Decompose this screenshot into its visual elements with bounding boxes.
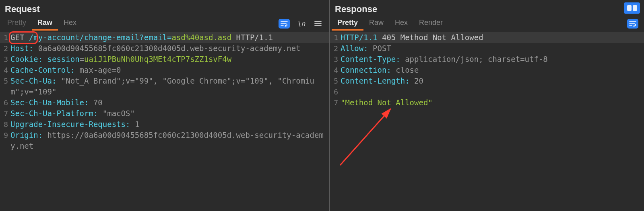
svg-line-0 xyxy=(340,109,390,165)
code-line[interactable]: 6Sec-Ch-Ua-Mobile: ?0 xyxy=(0,97,329,108)
line-number: 3 xyxy=(0,54,10,65)
hamburger-icon[interactable] xyxy=(312,19,324,29)
request-tab-pretty[interactable]: Pretty xyxy=(2,17,32,31)
line-number: 9 xyxy=(0,130,10,141)
line-number: 5 xyxy=(330,76,341,86)
line-number: 3 xyxy=(330,54,341,65)
code-text[interactable]: Connection: close xyxy=(341,65,638,76)
response-title: Response xyxy=(330,0,644,17)
response-panel: Response PrettyRawHexRender 1HTTP/1.1 40… xyxy=(330,0,644,211)
code-text[interactable]: Allow: POST xyxy=(341,43,638,54)
response-tabs: PrettyRawHexRender xyxy=(332,17,448,31)
code-line[interactable]: 9Origin: https://0a6a00d90455685fc060c21… xyxy=(0,130,329,152)
code-line[interactable]: 3Content-Type: application/json; charset… xyxy=(330,54,644,65)
request-panel: Request PrettyRawHex \n 1GET /my-account… xyxy=(0,0,330,211)
code-text[interactable]: HTTP/1.1 405 Method Not Allowed xyxy=(341,32,638,43)
code-line[interactable]: 8Upgrade-Insecure-Requests: 1 xyxy=(0,119,329,130)
line-number: 5 xyxy=(0,76,10,86)
code-line[interactable]: 6 xyxy=(330,86,644,97)
code-text[interactable]: Sec-Ch-Ua: "Not_A Brand";v="99", "Google… xyxy=(10,76,324,97)
line-number: 6 xyxy=(330,86,341,97)
line-number: 7 xyxy=(0,108,10,119)
code-line[interactable]: 3Cookie: session=uaiJ1PBuNh0Uhq3MEt4cTP7… xyxy=(0,54,329,65)
code-line[interactable]: 7"Method Not Allowed" xyxy=(330,97,644,108)
code-text[interactable]: Cache-Control: max-age=0 xyxy=(10,65,324,76)
code-text[interactable]: Cookie: session=uaiJ1PBuNh0Uhq3MEt4cTP7s… xyxy=(10,54,324,65)
line-number: 2 xyxy=(0,43,10,54)
request-actions: \n xyxy=(279,19,326,29)
request-tab-hex[interactable]: Hex xyxy=(58,17,82,31)
line-number: 1 xyxy=(330,32,341,43)
response-tab-pretty[interactable]: Pretty xyxy=(332,17,363,31)
code-line[interactable]: 2Allow: POST xyxy=(330,43,644,54)
annotation-arrow xyxy=(338,103,402,167)
line-number: 6 xyxy=(0,97,10,108)
request-tab-raw[interactable]: Raw xyxy=(32,17,58,31)
response-editor[interactable]: 1HTTP/1.1 405 Method Not Allowed2Allow: … xyxy=(330,31,644,211)
code-line[interactable]: 7Sec-Ch-Ua-Platform: "macOS" xyxy=(0,108,329,119)
code-text[interactable]: Content-Type: application/json; charset=… xyxy=(341,54,638,65)
response-actions xyxy=(627,19,641,29)
layout-toggle-button[interactable] xyxy=(624,2,640,14)
code-text[interactable]: "Method Not Allowed" xyxy=(341,97,638,108)
code-text[interactable]: Origin: https://0a6a00d90455685fc060c213… xyxy=(10,130,324,152)
request-title: Request xyxy=(0,0,329,17)
code-text[interactable]: Sec-Ch-Ua-Platform: "macOS" xyxy=(10,108,324,119)
show-nonprintable-icon[interactable]: \n xyxy=(295,19,307,29)
code-line[interactable]: 1GET /my-account/change-email?email=asd%… xyxy=(0,32,329,43)
code-text[interactable]: Sec-Ch-Ua-Mobile: ?0 xyxy=(10,97,324,108)
code-line[interactable]: 2Host: 0a6a00d90455685fc060c21300d4005d.… xyxy=(0,43,329,54)
response-tab-render[interactable]: Render xyxy=(413,17,448,31)
code-line[interactable]: 4Connection: close xyxy=(330,65,644,76)
line-number: 4 xyxy=(330,65,341,76)
code-text[interactable]: Host: 0a6a00d90455685fc060c21300d4005d.w… xyxy=(10,43,324,54)
code-line[interactable]: 5Content-Length: 20 xyxy=(330,76,644,86)
wrap-lines-icon[interactable] xyxy=(627,19,638,29)
app-root: Request PrettyRawHex \n 1GET /my-account… xyxy=(0,0,644,211)
line-number: 1 xyxy=(0,32,10,43)
wrap-lines-icon[interactable] xyxy=(279,19,290,29)
code-text[interactable]: Content-Length: 20 xyxy=(341,76,638,86)
line-number: 7 xyxy=(330,97,341,108)
response-tabs-row: PrettyRawHexRender xyxy=(330,17,644,31)
line-number: 2 xyxy=(330,43,341,54)
code-line[interactable]: 1HTTP/1.1 405 Method Not Allowed xyxy=(330,32,644,43)
request-tabs: PrettyRawHex xyxy=(2,17,82,31)
code-line[interactable]: 5Sec-Ch-Ua: "Not_A Brand";v="99", "Googl… xyxy=(0,76,329,97)
request-tabs-row: PrettyRawHex \n xyxy=(0,17,329,31)
line-number: 8 xyxy=(0,119,10,130)
response-tab-hex[interactable]: Hex xyxy=(389,17,413,31)
line-number: 4 xyxy=(0,65,10,76)
request-editor[interactable]: 1GET /my-account/change-email?email=asd%… xyxy=(0,31,329,211)
code-text[interactable]: Upgrade-Insecure-Requests: 1 xyxy=(10,119,324,130)
code-text[interactable] xyxy=(341,86,638,97)
code-text[interactable]: GET /my-account/change-email?email=asd%4… xyxy=(10,32,324,43)
response-tab-raw[interactable]: Raw xyxy=(363,17,389,31)
code-line[interactable]: 4Cache-Control: max-age=0 xyxy=(0,65,329,76)
